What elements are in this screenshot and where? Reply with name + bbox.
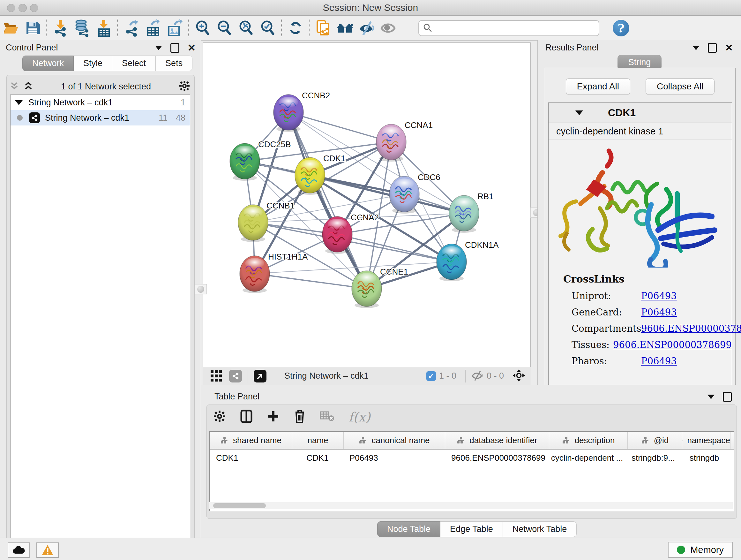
zoom-out-icon[interactable] — [213, 18, 235, 38]
node-CDC25B[interactable]: CDC25B — [230, 139, 291, 181]
search-input[interactable] — [418, 20, 599, 36]
cell-description[interactable]: cyclin-dependent ... — [548, 453, 626, 463]
tab-edge-table[interactable]: Edge Table — [441, 521, 503, 537]
cell-shared-name[interactable]: CDK1 — [210, 453, 292, 463]
left-splitter-handle[interactable] — [195, 284, 207, 294]
column-header-database-identifier[interactable]: database identifier — [445, 432, 549, 449]
column-header-shared-name[interactable]: shared name — [210, 432, 292, 449]
panel-close-icon[interactable]: ✕ — [725, 44, 733, 52]
node-CDC6[interactable]: CDC6 — [389, 172, 441, 213]
selected-count-icon[interactable]: ✓ — [426, 371, 436, 381]
node-table[interactable]: shared namenamecanonical namedatabase id… — [209, 431, 734, 511]
panel-close-icon[interactable]: ✕ — [188, 44, 196, 52]
tab-node-table[interactable]: Node Table — [377, 521, 441, 537]
import-network-icon[interactable] — [50, 18, 71, 38]
hide-selected-icon[interactable] — [356, 18, 378, 38]
network-canvas[interactable]: CCNB2CCNA1CDC25BCDK1CDC6RB1CCNB1CCNA2CDK… — [203, 43, 531, 367]
node-CCNE1[interactable]: CCNE1 — [352, 267, 408, 308]
node-RB1[interactable]: RB1 — [449, 192, 494, 233]
copy-network-icon[interactable] — [313, 18, 334, 38]
tab-select[interactable]: Select — [112, 56, 156, 71]
crosslink-link[interactable]: 9606.ENSP00000378699 — [641, 323, 741, 334]
panel-float-icon[interactable] — [171, 43, 179, 53]
gene-header-row[interactable]: CDK1 — [549, 103, 732, 123]
zoom-in-icon[interactable] — [192, 18, 213, 38]
delete-table-icon[interactable] — [320, 411, 334, 423]
node-CDK1[interactable]: CDK1 — [295, 153, 345, 195]
zoom-selected-icon[interactable] — [257, 18, 279, 38]
node-CCNA2[interactable]: CCNA2 — [322, 212, 379, 254]
tab-sets[interactable]: Sets — [156, 56, 192, 71]
zoom-fit-icon[interactable] — [235, 18, 257, 38]
crosslink-link[interactable]: P06493 — [641, 291, 677, 301]
tab-network[interactable]: Network — [22, 56, 74, 71]
warning-status-icon[interactable] — [37, 543, 59, 558]
add-column-icon[interactable] — [267, 409, 280, 425]
table-tabs: Node TableEdge TableNetwork Table — [377, 521, 577, 537]
open-folder-icon[interactable] — [0, 18, 22, 38]
window-zoom-icon[interactable] — [30, 4, 38, 12]
cloud-status-icon[interactable] — [8, 543, 30, 558]
crosslink-link[interactable]: 9606.ENSP00000378699 — [613, 339, 732, 350]
window-close-icon[interactable] — [7, 4, 15, 12]
column-header-name[interactable]: name — [292, 432, 344, 449]
panel-menu-icon[interactable] — [708, 395, 715, 399]
window-minimize-icon[interactable] — [18, 4, 27, 12]
show-columns-icon[interactable] — [240, 409, 253, 425]
panel-float-icon[interactable] — [708, 43, 717, 53]
tab-network-table[interactable]: Network Table — [503, 521, 577, 537]
column-header-namespace[interactable]: namespace — [682, 432, 731, 449]
function-builder-icon[interactable]: f(x) — [348, 410, 370, 424]
refresh-icon[interactable] — [285, 18, 307, 38]
hidden-count-icon[interactable] — [471, 370, 483, 382]
panel-menu-icon[interactable] — [155, 46, 162, 50]
control-panel-tabs: NetworkStyleSelectSets — [22, 56, 192, 71]
cell-canonical-name[interactable]: P06493 — [343, 453, 444, 463]
network-badge-icon[interactable] — [229, 370, 242, 382]
column-header-canonical-name[interactable]: canonical name — [344, 432, 445, 449]
memory-button[interactable]: Memory — [668, 542, 733, 558]
collapse-all-button[interactable]: Collapse All — [646, 78, 715, 95]
network-collection-row[interactable]: String Network – cdk1 1 — [10, 95, 190, 110]
open-in-window-icon[interactable] — [254, 370, 266, 382]
birds-eye-view-icon[interactable] — [210, 369, 223, 383]
column-header-@id[interactable]: @id — [628, 432, 682, 449]
home-view-icon[interactable] — [334, 18, 356, 38]
expand-all-button[interactable]: Expand All — [566, 78, 630, 95]
table-row[interactable]: CDK1CDK1P064939606.ENSP00000378699cyclin… — [210, 449, 734, 466]
expand-all-networks-icon[interactable] — [23, 81, 33, 92]
collection-expander-icon[interactable] — [15, 100, 23, 105]
node-CDKN1A[interactable]: CDKN1A — [436, 240, 499, 281]
import-database-icon[interactable] — [71, 18, 93, 38]
tab-style[interactable]: Style — [74, 56, 112, 71]
table-horizontal-scrollbar[interactable] — [209, 502, 733, 509]
delete-column-icon[interactable] — [293, 409, 306, 425]
import-table-icon[interactable] — [93, 18, 115, 38]
column-header-description[interactable]: description — [549, 432, 628, 449]
export-network-icon[interactable] — [121, 18, 142, 38]
panel-float-icon[interactable] — [723, 392, 732, 401]
edge-CCNA2-CDKN1A[interactable] — [337, 234, 452, 262]
network-options-gear-icon[interactable] — [179, 80, 190, 93]
cell-database-identifier[interactable]: 9606.ENSP00000378699 — [444, 453, 548, 463]
help-icon[interactable]: ? — [613, 20, 629, 37]
crosslink-link[interactable]: P06493 — [641, 356, 677, 367]
cell-@id[interactable]: stringdb:9... — [626, 453, 680, 463]
fit-content-icon[interactable] — [512, 369, 526, 383]
export-image-icon[interactable] — [164, 18, 186, 38]
gene-expander-icon[interactable] — [576, 111, 583, 115]
network-row[interactable]: String Network – cdk1 11 48 — [10, 110, 190, 125]
crosslink-link[interactable]: P06493 — [641, 307, 677, 318]
collapse-all-networks-icon[interactable] — [10, 81, 19, 92]
edge-HIST1H1A-CCNE1[interactable] — [255, 273, 367, 289]
panel-menu-icon[interactable] — [692, 46, 699, 50]
edge-CCNB2-CCNA1[interactable] — [288, 112, 391, 142]
save-session-icon[interactable] — [22, 18, 44, 38]
cell-name[interactable]: CDK1 — [292, 453, 343, 463]
edge-CCNB2-CCNE1[interactable] — [288, 112, 367, 289]
show-all-icon[interactable] — [378, 18, 399, 38]
cell-namespace[interactable]: stringdb — [680, 453, 728, 463]
table-options-gear-icon[interactable] — [213, 410, 226, 424]
node-CCNB2[interactable]: CCNB2 — [273, 91, 330, 132]
export-table-icon[interactable] — [142, 18, 164, 38]
